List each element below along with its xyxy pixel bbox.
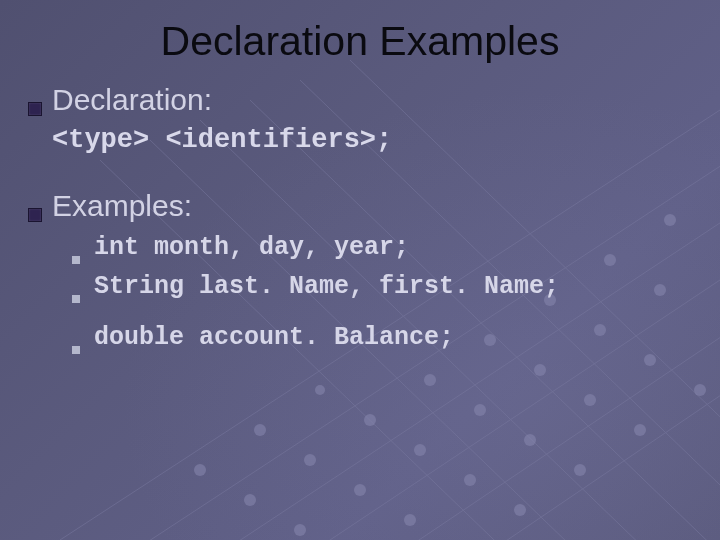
example-code: double account. Balance; <box>94 323 454 352</box>
svg-point-23 <box>474 404 486 416</box>
svg-point-38 <box>315 385 325 395</box>
bullet-examples: Examples: <box>28 189 692 223</box>
svg-point-31 <box>644 354 656 366</box>
square-bullet-icon <box>72 295 80 303</box>
svg-point-37 <box>254 424 266 436</box>
bullet-declaration: Declaration: <box>28 83 692 117</box>
example-code: int month, day, year; <box>94 233 409 262</box>
syntax-text: <type> <identifiers>; <box>52 125 692 155</box>
svg-point-27 <box>404 514 416 526</box>
example-item: String last. Name, first. Name; <box>72 272 692 301</box>
svg-point-36 <box>194 464 206 476</box>
bullet-label: Examples: <box>52 189 192 223</box>
svg-point-21 <box>354 484 366 496</box>
svg-point-35 <box>694 384 706 396</box>
square-bullet-icon <box>72 256 80 264</box>
example-item: int month, day, year; <box>72 233 692 262</box>
svg-point-30 <box>584 394 596 406</box>
svg-point-13 <box>304 454 316 466</box>
slide-content: Declaration Examples Declaration: <type>… <box>0 0 720 352</box>
slide-title: Declaration Examples <box>28 18 692 65</box>
bullet-label: Declaration: <box>52 83 212 117</box>
svg-point-28 <box>464 474 476 486</box>
example-item: double account. Balance; <box>72 323 692 352</box>
svg-point-14 <box>364 414 376 426</box>
svg-point-33 <box>574 464 586 476</box>
svg-point-29 <box>524 434 536 446</box>
svg-point-22 <box>414 444 426 456</box>
square-bullet-icon <box>28 102 42 116</box>
svg-point-12 <box>244 494 256 506</box>
example-code: String last. Name, first. Name; <box>94 272 559 301</box>
svg-point-15 <box>424 374 436 386</box>
svg-point-32 <box>514 504 526 516</box>
svg-point-24 <box>534 364 546 376</box>
svg-point-20 <box>294 524 306 536</box>
square-bullet-icon <box>72 346 80 354</box>
square-bullet-icon <box>28 208 42 222</box>
svg-point-34 <box>634 424 646 436</box>
